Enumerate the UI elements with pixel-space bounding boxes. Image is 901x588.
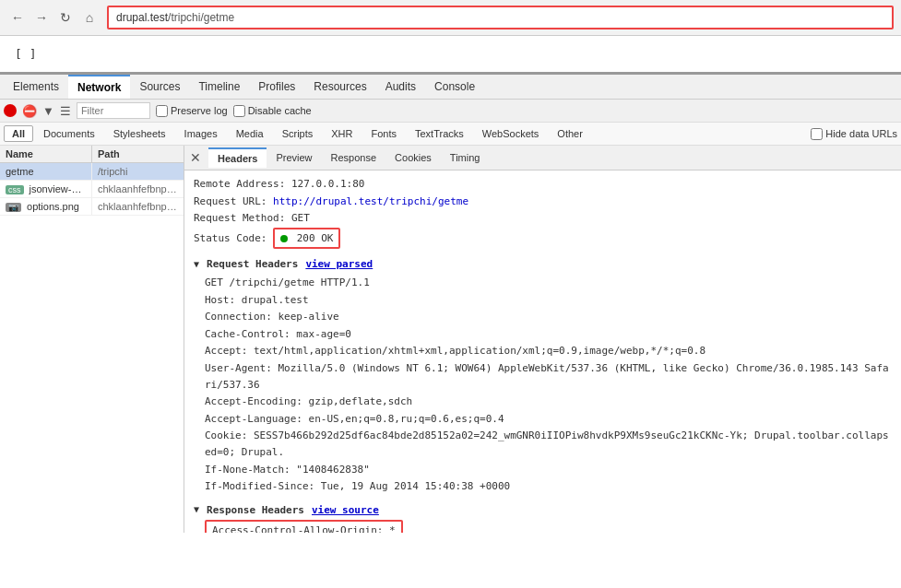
headers-content: Remote Address: 127.0.0.1:80 Request URL… — [184, 171, 901, 533]
file-item-css[interactable]: css jsonview-core.css chklaanhfefbnpoihc… — [0, 181, 184, 198]
file-name-css: css jsonview-core.css — [0, 181, 91, 197]
hide-data-urls-label[interactable]: Hide data URLs — [811, 128, 897, 140]
forward-button[interactable]: → — [31, 7, 52, 28]
css-badge: css — [6, 185, 24, 194]
devtools-panel: Elements Network Sources Timeline Profil… — [0, 72, 901, 533]
file-path-png: chklaanhfefbnpoihckbnefhakgolni — [91, 198, 184, 215]
detail-tab-response[interactable]: Response — [322, 147, 386, 168]
filter-scripts[interactable]: Scripts — [274, 125, 322, 142]
remote-address-row: Remote Address: 127.0.0.1:80 — [194, 176, 892, 193]
filter-documents[interactable]: Documents — [35, 125, 103, 142]
file-list: Name Path getme /tripchi css jsonview-co… — [0, 146, 184, 533]
file-name-png: 📷 options.png — [0, 198, 91, 215]
access-control-row: Access-Control-Allow-Origin: * — [205, 520, 892, 533]
status-code-row: Status Code: 200 OK — [194, 228, 892, 250]
file-path-css: chklaanhfefbnpoihckbnefhakgolni — [91, 181, 184, 197]
file-item-png[interactable]: 📷 options.png chklaanhfefbnpoihckbnefhak… — [0, 198, 184, 216]
request-headers-section: ▼ Request Headers view parsed — [194, 256, 892, 273]
detail-tab-bar: Headers Preview Response Cookies Timing — [208, 147, 489, 168]
filter-fonts[interactable]: Fonts — [362, 125, 405, 142]
detail-pane: ✕ Headers Preview Response Cookies Timin… — [184, 146, 901, 533]
detail-tab-cookies[interactable]: Cookies — [385, 147, 441, 168]
network-split: Name Path getme /tripchi css jsonview-co… — [0, 146, 901, 533]
page-content: [ ] — [0, 36, 901, 72]
list-icon[interactable]: ☰ — [60, 104, 71, 118]
json-output: [ ] — [15, 47, 36, 61]
address-bar[interactable]: drupal.test /tripchi/getme — [107, 6, 894, 29]
request-url-row: Request URL: http://drupal.test/tripchi/… — [194, 194, 892, 210]
status-dot — [280, 235, 288, 242]
network-toolbar: ⛔ ▼ ☰ Preserve log Disable cache — [0, 100, 901, 123]
response-headers-body: Access-Control-Allow-Origin: * Cache-Con… — [194, 520, 892, 533]
detail-tab-preview[interactable]: Preview — [267, 147, 321, 168]
back-button[interactable]: ← — [7, 7, 28, 28]
filter-texttracks[interactable]: TextTracks — [407, 125, 472, 142]
detail-tab-headers[interactable]: Headers — [208, 147, 267, 168]
reload-button[interactable]: ↻ — [55, 7, 76, 28]
filter-websockets[interactable]: WebSockets — [474, 125, 548, 142]
file-item-getme[interactable]: getme /tripchi — [0, 163, 184, 181]
tab-sources[interactable]: Sources — [130, 76, 189, 98]
filter-icon[interactable]: ▼ — [42, 104, 54, 118]
disable-cache-checkbox[interactable] — [233, 105, 245, 117]
home-button[interactable]: ⌂ — [79, 7, 100, 28]
address-domain: drupal.test — [116, 11, 168, 24]
devtools-tab-bar: Elements Network Sources Timeline Profil… — [0, 75, 901, 100]
tab-profiles[interactable]: Profiles — [249, 76, 304, 98]
filter-input[interactable] — [77, 102, 150, 119]
request-headers-body: GET /tripchi/getme HTTP/1.1 Host: drupal… — [194, 275, 892, 495]
tab-network[interactable]: Network — [68, 75, 130, 99]
tab-elements[interactable]: Elements — [4, 76, 68, 98]
request-headers-toggle[interactable]: ▼ — [194, 257, 199, 272]
filter-media[interactable]: Media — [228, 125, 272, 142]
tab-timeline[interactable]: Timeline — [189, 76, 249, 98]
col-path: Path — [91, 146, 184, 162]
filter-bar: All Documents Stylesheets Images Media S… — [0, 123, 901, 146]
access-control-value: Access-Control-Allow-Origin: * — [205, 520, 403, 533]
filter-images[interactable]: Images — [176, 125, 226, 142]
tab-console[interactable]: Console — [425, 76, 484, 98]
filter-all[interactable]: All — [4, 125, 33, 142]
filter-other[interactable]: Other — [549, 125, 591, 142]
address-path: /tripchi/getme — [168, 11, 234, 24]
clear-icon[interactable]: ⛔ — [22, 104, 37, 118]
view-parsed-link[interactable]: view parsed — [305, 256, 373, 273]
file-path-getme: /tripchi — [91, 163, 184, 180]
filter-stylesheets[interactable]: Stylesheets — [105, 125, 174, 142]
hide-data-urls-checkbox[interactable] — [811, 128, 823, 140]
view-source-link[interactable]: view source — [312, 502, 379, 519]
close-detail-icon[interactable]: ✕ — [190, 150, 201, 165]
request-method-row: Request Method: GET — [194, 210, 892, 227]
preserve-log-checkbox[interactable] — [156, 105, 168, 117]
col-name: Name — [0, 146, 91, 162]
file-list-header: Name Path — [0, 146, 184, 163]
response-headers-toggle[interactable]: ▼ — [194, 502, 199, 517]
tab-audits[interactable]: Audits — [376, 76, 425, 98]
record-button[interactable] — [4, 104, 17, 117]
detail-tab-timing[interactable]: Timing — [441, 147, 490, 168]
status-code-value: 200 OK — [273, 228, 340, 250]
file-name-getme: getme — [0, 163, 91, 180]
disable-cache-label[interactable]: Disable cache — [233, 105, 312, 117]
preserve-log-label[interactable]: Preserve log — [156, 105, 228, 117]
response-headers-section: ▼ Response Headers view source — [194, 502, 892, 519]
filter-xhr[interactable]: XHR — [323, 125, 361, 142]
png-badge: 📷 — [6, 203, 21, 212]
tab-resources[interactable]: Resources — [304, 76, 375, 98]
